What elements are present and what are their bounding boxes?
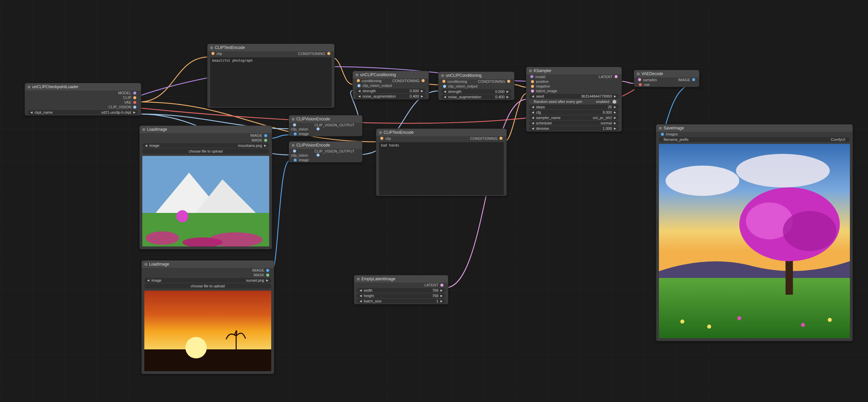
output-mask[interactable]: MASK <box>140 138 272 142</box>
node-load-image-1[interactable]: LoadImage IMAGE MASK ◀ image mountains.p… <box>139 125 272 249</box>
image-select-widget[interactable]: ◀ image mountains.png ▶ <box>142 143 269 148</box>
arrow-left-icon[interactable]: ◀ <box>444 95 446 99</box>
node-title[interactable]: LoadImage <box>140 126 272 133</box>
socket-icon[interactable] <box>294 159 297 162</box>
socket-icon[interactable] <box>499 137 502 140</box>
socket-icon[interactable] <box>507 80 510 83</box>
input-image[interactable]: image <box>289 158 362 162</box>
input-conditioning[interactable]: conditioning <box>447 79 467 83</box>
input-model[interactable]: model <box>535 75 546 79</box>
socket-icon[interactable] <box>294 132 297 135</box>
ckpt-name-widget[interactable]: ◀ ckpt_name sd21-unclip-h.ckpt ▶ <box>28 110 138 115</box>
arrow-left-icon[interactable]: ◀ <box>145 144 147 147</box>
node-unclip-conditioning-1[interactable]: unCLIPConditioning conditioning CONDITIO… <box>352 71 429 100</box>
height-widget[interactable]: ◀height768▶ <box>357 293 445 298</box>
input-clip-vision[interactable]: clip_vision <box>291 127 308 131</box>
arrow-right-icon[interactable]: ▶ <box>614 105 616 109</box>
input-vae[interactable]: vae <box>634 82 699 87</box>
output-image[interactable]: IMAGE <box>678 78 690 82</box>
arrow-left-icon[interactable]: ◀ <box>30 111 33 114</box>
input-image[interactable]: image <box>289 131 362 136</box>
output-latent[interactable]: LATENT <box>354 282 448 287</box>
denoise-widget[interactable]: ◀denoise1.000▶ <box>529 126 619 131</box>
arrow-left-icon[interactable]: ◀ <box>360 299 362 303</box>
socket-icon[interactable] <box>357 79 360 82</box>
collapse-icon[interactable] <box>144 263 147 266</box>
socket-icon[interactable] <box>440 283 443 287</box>
seed-widget[interactable]: ◀seed363144844778993▶ <box>529 94 619 99</box>
socket-icon[interactable] <box>442 80 445 83</box>
arrow-left-icon[interactable]: ◀ <box>532 127 534 130</box>
width-widget[interactable]: ◀width768▶ <box>357 288 445 293</box>
arrow-right-icon[interactable]: ▶ <box>614 121 616 125</box>
collapse-icon[interactable] <box>357 278 360 281</box>
socket-icon[interactable] <box>266 269 269 272</box>
cfg-widget[interactable]: ◀cfg8.000▶ <box>529 110 619 115</box>
input-images[interactable]: images <box>656 132 852 136</box>
input-clip-vision[interactable]: clip_vision <box>291 153 308 157</box>
socket-icon[interactable] <box>212 52 215 55</box>
output-image[interactable]: IMAGE <box>142 268 274 273</box>
filename-prefix-widget[interactable]: filename_prefixComfyUI <box>659 137 850 142</box>
arrow-left-icon[interactable]: ◀ <box>360 294 362 297</box>
arrow-left-icon[interactable]: ◀ <box>532 105 534 109</box>
input-conditioning[interactable]: conditioning <box>362 79 382 83</box>
socket-icon[interactable] <box>133 101 136 104</box>
arrow-right-icon[interactable]: ▶ <box>614 127 616 130</box>
arrow-right-icon[interactable]: ▶ <box>440 294 443 297</box>
collapse-icon[interactable] <box>142 128 145 131</box>
node-clip-text-encode-negative[interactable]: CLIPTextEncode clip CONDITIONING bad han… <box>376 128 507 196</box>
arrow-left-icon[interactable]: ◀ <box>358 89 361 93</box>
arrow-right-icon[interactable]: ▶ <box>264 144 267 147</box>
choose-file-button[interactable]: choose file to upload <box>142 148 269 154</box>
prompt-text-input[interactable]: bad hands <box>379 142 504 195</box>
node-title[interactable]: VAEDecode <box>634 70 699 77</box>
random-seed-toggle[interactable]: Random seed after every genenabled <box>529 99 619 104</box>
socket-icon[interactable] <box>264 139 267 142</box>
output-clip-vision-output[interactable]: CLIP_VISION_OUTPUT <box>314 149 354 153</box>
strength-widget[interactable]: ◀strength0.500▶ <box>441 89 512 94</box>
socket-icon[interactable] <box>293 149 296 153</box>
arrow-right-icon[interactable]: ▶ <box>614 111 616 114</box>
collapse-icon[interactable] <box>659 127 662 130</box>
collapse-icon[interactable] <box>28 86 31 89</box>
arrow-right-icon[interactable]: ▶ <box>506 95 509 99</box>
socket-icon[interactable] <box>531 90 534 93</box>
collapse-icon[interactable] <box>292 118 295 121</box>
output-model[interactable]: MODEL <box>25 91 141 95</box>
node-ksampler[interactable]: KSampler model LATENT positive negative … <box>526 67 622 132</box>
output-latent[interactable]: LATENT <box>599 75 613 79</box>
socket-icon[interactable] <box>638 78 641 81</box>
arrow-right-icon[interactable]: ▶ <box>506 90 509 93</box>
node-title[interactable]: unCLIPConditioning <box>353 71 429 78</box>
collapse-icon[interactable] <box>441 74 444 77</box>
node-vae-decode[interactable]: VAEDecode samples IMAGE vae <box>634 70 700 87</box>
socket-icon[interactable] <box>133 92 136 95</box>
node-load-image-2[interactable]: LoadImage IMAGE MASK ◀ image sunset.png … <box>141 260 274 374</box>
batch-size-widget[interactable]: ◀batch_size1▶ <box>357 299 445 303</box>
arrow-left-icon[interactable]: ◀ <box>532 121 534 125</box>
socket-icon[interactable] <box>266 274 269 277</box>
collapse-icon[interactable] <box>292 144 295 147</box>
arrow-right-icon[interactable]: ▶ <box>266 279 269 282</box>
socket-icon[interactable] <box>380 137 383 140</box>
node-clip-text-encode-positive[interactable]: CLIPTextEncode clip CONDITIONING beautif… <box>207 43 335 108</box>
socket-icon[interactable] <box>531 85 534 88</box>
output-conditioning[interactable]: CONDITIONING <box>478 79 505 83</box>
node-title[interactable]: SaveImage <box>656 124 852 132</box>
socket-icon[interactable] <box>264 134 267 137</box>
node-empty-latent-image[interactable]: EmptyLatentImage LATENT ◀width768▶ ◀heig… <box>354 275 448 304</box>
output-conditioning[interactable]: CONDITIONING <box>298 52 325 56</box>
socket-icon[interactable] <box>530 75 533 78</box>
noise-aug-widget[interactable]: ◀noise_augmentation0.400▶ <box>355 94 426 99</box>
collapse-icon[interactable] <box>529 69 532 72</box>
socket-icon[interactable] <box>615 75 618 78</box>
input-clip-vision-output[interactable]: clip_vision_output <box>353 83 429 88</box>
input-negative[interactable]: negative <box>526 84 622 89</box>
arrow-left-icon[interactable]: ◀ <box>532 111 534 114</box>
arrow-left-icon[interactable]: ◀ <box>358 95 361 98</box>
sampler-name-widget[interactable]: ◀sampler_nameuni_pc_bh2▶ <box>529 115 619 120</box>
arrow-left-icon[interactable]: ◀ <box>532 116 534 120</box>
toggle-icon[interactable] <box>613 100 616 104</box>
output-clip-vision[interactable]: CLIP_VISION <box>25 105 141 109</box>
